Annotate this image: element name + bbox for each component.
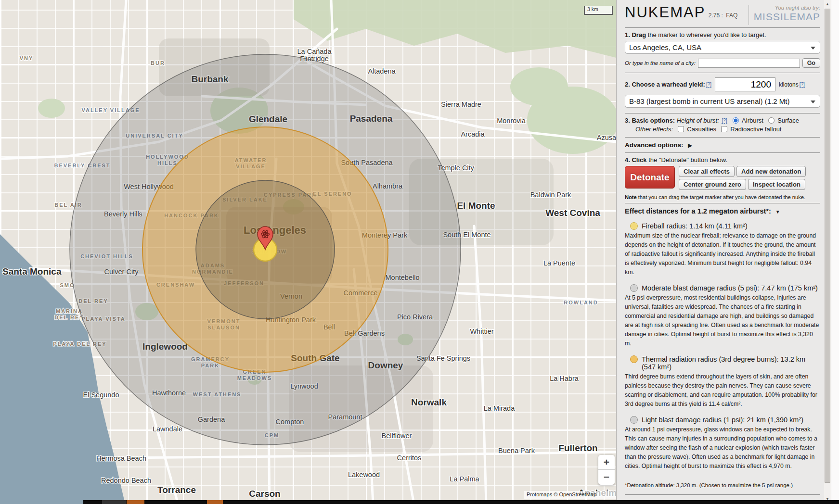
effect-description: At 5 psi overpressure, most residential … [625,293,820,348]
highway [474,226,486,504]
clear-all-effects-button[interactable]: Clear all effects [679,166,735,177]
park-area [510,67,568,106]
hob-help-link[interactable]: [?] [722,118,727,124]
missilemap-block: You might also try: MISSILEMAP [749,5,820,25]
map-attribution: Protomaps © OpenStreetMap [524,491,616,499]
map-label: Altadena [368,67,396,75]
effect-item: Light blast damage radius (1 psi): 21 km… [625,416,820,471]
casualties-checkbox[interactable] [678,126,684,132]
mountains-area [294,0,616,58]
faq-link[interactable]: FAQ [726,12,737,19]
bottom-taskbar-strip [83,500,839,504]
airburst-radio[interactable] [733,117,739,124]
go-button[interactable]: Go [802,58,820,68]
map-label: Azusa [597,134,616,141]
sidebar: NUKEMAP 2.75 : FAQ You might also try: M… [616,0,824,504]
yield-help-link[interactable]: [?] [706,82,711,88]
sidebar-scrollbar[interactable]: ▲ ▼ [824,0,831,504]
version-label: 2.75 : [709,12,723,19]
center-ground-zero-button[interactable]: Center ground zero [679,179,746,190]
map-label: Lawndale [153,425,182,433]
map-label: La Puente [543,259,575,267]
fireball-legend-icon [630,222,638,230]
outer-scrollbar-strip[interactable] [831,0,839,504]
scrollbar-thumb[interactable] [825,9,830,483]
fallout-label: Radioactive fallout [730,126,781,133]
effect-description: Third degree burns extend throughout the… [625,372,820,409]
triangle-right-icon: ▶ [688,142,692,148]
map-label: El Segundo [83,391,119,399]
map-label: ROWLAND [564,300,598,305]
taskbar-segment [127,500,144,504]
fallout-checkbox[interactable] [721,126,727,132]
other-effects-row: Other effects: Casualties Radioactive fa… [635,126,820,133]
moderate-blast-legend-icon [630,284,638,292]
map-zoom-control: + − [598,455,615,485]
kilotons-help-link[interactable]: [?] [800,82,805,88]
chevron-down-icon [811,47,815,50]
highway [120,452,616,458]
effect-title: Fireball radius: 1.14 km (4.11 km²) [642,222,820,230]
effect-item: Fireball radius: 1.14 km (4.11 km²) Maxi… [625,222,820,277]
map-label: Fullerton [558,443,597,453]
map-label: Buena Park [498,447,535,454]
thermal-legend-icon [630,355,638,363]
map-label: Bellflower [382,432,412,440]
taskbar-segment [207,500,223,504]
preset-select-value: B-83 (largest bomb in current US arsenal… [629,97,789,105]
map-canvas[interactable]: Los AngelesBurbankGlendalePasadenaEl Mon… [0,0,616,504]
hob-label: Height of burst: [677,117,719,124]
city-search-row: Or type in the name of a city: Go [625,58,820,68]
map-label: Arcadia [461,130,485,138]
step4-label: 4. Click the "Detonate" button below. [625,156,820,164]
add-new-detonation-button[interactable]: Add new detonation [736,166,806,177]
map-label: Lakewood [348,471,380,479]
effect-title: Light blast damage radius (1 psi): 21 km… [642,416,820,424]
step3-label: 3. Basic options: [625,117,675,124]
triangle-down-icon: ▼ [775,209,780,214]
surface-radio[interactable] [768,117,774,124]
effect-description: At around 1 psi overpressure, glass wind… [625,425,820,471]
effect-title: Moderate blast damage radius (5 psi): 7.… [642,284,820,292]
atom-core [264,233,266,235]
map-label: Redondo Beach [101,477,151,484]
city-search-input[interactable] [698,59,800,68]
burst-options-row: 3. Basic options: Height of burst: [?] A… [625,117,820,124]
inspect-location-button[interactable]: Inspect location [748,179,805,190]
preset-select[interactable]: B-83 (largest bomb in current US arsenal… [625,95,820,108]
zoom-out-button[interactable]: − [598,470,615,485]
brand-block: NUKEMAP 2.75 : FAQ [625,4,749,21]
map-label: El Monte [457,201,495,211]
detonation-altitude-footnote: *Detonation altitude: 3,320 m. (Chosen t… [625,482,820,488]
map-scale-bar: 3 km [584,6,613,15]
effect-item: Moderate blast damage radius (5 psi): 7.… [625,284,820,348]
light-blast-legend-icon [630,416,638,424]
map-label: Baldwin Park [530,191,571,199]
effect-distances-heading[interactable]: Effect distances for a 1.2 megaton airbu… [625,207,820,215]
advanced-options-toggle[interactable]: Advanced options: ▶ [625,141,820,149]
yield-row: 2. Choose a warhead yield: [?] kilotons … [625,77,820,91]
city-select[interactable]: Los Angeles, CA, USA [625,41,820,54]
map-label: La Palma [450,475,479,483]
map-label: Monrovia [497,117,526,125]
map-label: La Habra [550,375,579,382]
airburst-label: Airburst [742,117,763,124]
scale-label: 3 km [587,6,598,12]
detonate-button[interactable]: Detonate [625,166,675,189]
secondary-buttons: Clear all effects Add new detonation Cen… [679,166,806,190]
casualties-label: Casualties [687,126,716,133]
scroll-up-arrow-icon[interactable]: ▲ [824,0,831,8]
zoom-in-button[interactable]: + [598,455,615,470]
taskbar-segment [102,500,126,504]
yield-input[interactable] [715,77,775,91]
also-try-label: You might also try: [754,5,820,11]
step2-label: 2. Choose a warhead yield: [625,81,705,88]
map-label: Cerritos [397,454,422,462]
effect-title: Thermal radiation radius (3rd degree bur… [642,355,820,371]
step1-label: 1. Drag the marker to wherever you'd lik… [625,31,820,38]
park-area [38,99,65,118]
map-label: Carson [249,489,280,499]
missilemap-link[interactable]: MISSILEMAP [754,11,820,23]
header: NUKEMAP 2.75 : FAQ You might also try: M… [625,4,820,25]
map-label: Torrance [157,485,196,495]
